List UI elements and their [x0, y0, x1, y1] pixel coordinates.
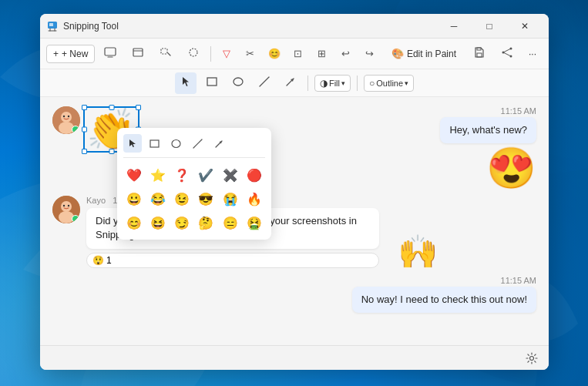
draw-sep-2 — [357, 76, 358, 91]
toolbar-separator-1 — [210, 46, 211, 62]
emoji-cell[interactable]: 😏 — [171, 212, 193, 233]
emoji-cell[interactable]: ❓ — [171, 164, 193, 186]
main-content: 👏 — [40, 97, 549, 345]
aspect-tool[interactable]: ⊞ — [311, 43, 333, 65]
screen-icon — [104, 46, 116, 61]
arrow-tool[interactable] — [280, 72, 301, 94]
handle-tl[interactable] — [82, 105, 87, 110]
svg-point-22 — [61, 112, 72, 123]
msg-text-3: No way! I need to check this out now! — [361, 294, 527, 305]
emoji-circle-tool[interactable] — [166, 134, 185, 153]
emoji-cell[interactable]: 😊 — [123, 212, 145, 233]
svg-rect-7 — [133, 49, 143, 56]
fill-dropdown[interactable]: ◑ Fill ▾ — [314, 75, 351, 92]
maximize-button[interactable]: □ — [472, 14, 507, 39]
rect-icon — [207, 76, 217, 89]
reaction-badge-2[interactable]: 😲 1 — [86, 253, 379, 268]
msg-time-right-1: 11:15 AM — [501, 106, 536, 116]
emoji-cursor-tool[interactable] — [123, 134, 142, 153]
outline-dropdown[interactable]: ○ Outline ▾ — [364, 75, 414, 92]
reaction-emoji: 😲 — [92, 255, 104, 266]
emoji-arrow-tool[interactable] — [210, 134, 228, 153]
sender-name-2: Kayo — [86, 196, 106, 205]
undo-tool[interactable]: ↩ — [335, 43, 357, 65]
toolbar-right: 🎨 Edit in Paint ··· — [384, 43, 543, 64]
emoji-cell[interactable]: 😎 — [195, 188, 217, 210]
svg-point-25 — [68, 116, 69, 117]
handle-tr[interactable] — [136, 105, 141, 110]
save-button[interactable] — [467, 43, 492, 64]
outline-chevron-icon: ▾ — [405, 79, 408, 87]
emoji-cell[interactable]: 😉 — [171, 188, 193, 210]
raised-hands-emoji: 🙌 — [398, 233, 438, 270]
online-indicator-kayo — [72, 215, 79, 223]
svg-rect-8 — [161, 49, 167, 54]
more-button[interactable]: ··· — [522, 45, 543, 62]
handle-bm[interactable] — [109, 149, 114, 154]
minimize-button[interactable]: ─ — [436, 14, 472, 39]
emoji-cell[interactable]: ✖️ — [220, 164, 241, 186]
emoji-cell[interactable]: 🔴 — [244, 164, 265, 186]
emoji-cell[interactable]: 🤮 — [244, 212, 265, 233]
crop-tool[interactable]: ⊡ — [287, 43, 309, 65]
emoji-cell[interactable]: 😭 — [220, 188, 241, 210]
svg-line-16 — [503, 52, 511, 56]
fill-label: Fill — [329, 79, 340, 88]
svg-point-35 — [530, 356, 534, 360]
handle-ml[interactable] — [82, 127, 87, 133]
arrow-icon — [285, 76, 296, 89]
emoji-cell[interactable]: 🔥 — [244, 188, 265, 210]
new-button[interactable]: + + New — [46, 45, 95, 63]
scissors-tool[interactable]: ✂ — [240, 43, 261, 65]
msg-bubble-1: Hey, what's new? — [440, 117, 536, 143]
emoji-rect-tool[interactable] — [145, 134, 163, 153]
screen-tool-button[interactable] — [98, 43, 123, 64]
emoji-cell[interactable]: 😀 — [123, 188, 145, 210]
svg-point-18 — [234, 78, 243, 86]
handle-tm[interactable] — [109, 105, 114, 110]
svg-line-19 — [260, 77, 269, 86]
svg-point-9 — [190, 49, 197, 56]
emoji-cell[interactable]: 😂 — [147, 188, 169, 210]
emoji-cell[interactable]: 🤔 — [195, 212, 217, 233]
emoji-panel: ❤️ ⭐ ❓ ✔️ ✖️ 🔴 😀 😂 😉 😎 😭 🔥 😊 😆 😏 🤔 😑 — [117, 128, 271, 240]
chat-area: 👏 — [40, 97, 549, 345]
outline-circle-icon: ○ — [369, 78, 375, 89]
triangle-tool[interactable]: ▽ — [216, 43, 237, 65]
bottom-bar — [40, 345, 549, 370]
msg-time-right-3: 11:15 AM — [501, 276, 536, 285]
emoji-cell[interactable]: ✔️ — [195, 164, 217, 186]
heart-eyes-emoji: 😍 — [486, 148, 536, 188]
fill-chevron-icon: ▾ — [341, 79, 345, 87]
svg-rect-31 — [150, 140, 159, 147]
freeform-tool-button[interactable] — [181, 43, 206, 64]
emoji-line-tool[interactable] — [188, 134, 207, 153]
svg-point-30 — [68, 205, 69, 206]
svg-line-15 — [503, 49, 511, 52]
msg-bubble-3: No way! I need to check this out now! — [352, 287, 536, 313]
settings-button[interactable] — [521, 347, 543, 369]
close-button[interactable]: ✕ — [507, 14, 543, 39]
cursor-tool[interactable] — [175, 72, 197, 94]
draw-sep-1 — [307, 76, 308, 91]
online-indicator — [72, 126, 79, 133]
plus-icon: + — [53, 49, 59, 59]
ellipse-tool[interactable] — [227, 72, 249, 94]
msg-right-1: 11:15 AM Hey, what's new? 😍 — [440, 106, 536, 188]
handle-bl[interactable] — [82, 149, 87, 154]
emoji-cell[interactable]: 😑 — [220, 212, 241, 233]
edit-paint-button[interactable]: 🎨 Edit in Paint — [384, 45, 464, 62]
rect-tool[interactable] — [201, 72, 223, 94]
redo-tool[interactable]: ↪ — [359, 43, 381, 65]
share-icon — [501, 46, 513, 61]
emoji-tool[interactable]: 😊 — [264, 43, 285, 65]
svg-point-24 — [63, 116, 65, 117]
emoji-cell[interactable]: 😆 — [147, 212, 169, 233]
window-icon — [132, 46, 144, 61]
emoji-cell[interactable]: ⭐ — [147, 164, 169, 186]
emoji-cell[interactable]: ❤️ — [123, 164, 145, 186]
region-tool-button[interactable] — [153, 43, 178, 64]
window-tool-button[interactable] — [126, 43, 150, 64]
line-tool[interactable] — [254, 72, 275, 94]
share-button[interactable] — [495, 43, 519, 64]
